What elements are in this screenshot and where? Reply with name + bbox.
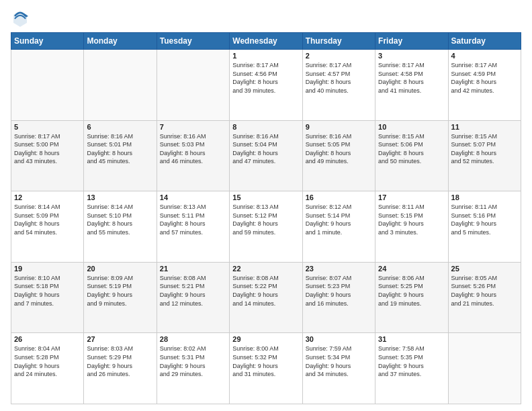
day-number: 15	[232, 193, 299, 201]
day-info: Sunrise: 8:16 AM Sunset: 5:01 PM Dayligh…	[87, 132, 153, 166]
day-number: 14	[160, 193, 226, 201]
calendar-cell: 18Sunrise: 8:11 AM Sunset: 5:16 PM Dayli…	[448, 191, 521, 263]
day-info: Sunrise: 8:08 AM Sunset: 5:21 PM Dayligh…	[160, 274, 226, 308]
calendar-cell: 29Sunrise: 8:00 AM Sunset: 5:32 PM Dayli…	[230, 333, 302, 404]
day-info: Sunrise: 8:16 AM Sunset: 5:05 PM Dayligh…	[306, 132, 372, 166]
day-header-tuesday: Tuesday	[157, 33, 229, 50]
calendar-week-1: 1Sunrise: 8:17 AM Sunset: 4:56 PM Daylig…	[11, 50, 521, 121]
day-header-friday: Friday	[375, 33, 448, 50]
day-info: Sunrise: 8:02 AM Sunset: 5:31 PM Dayligh…	[160, 345, 226, 378]
day-info: Sunrise: 8:04 AM Sunset: 5:28 PM Dayligh…	[14, 345, 81, 378]
calendar-cell: 30Sunrise: 7:59 AM Sunset: 5:34 PM Dayli…	[302, 333, 375, 404]
calendar-cell: 28Sunrise: 8:02 AM Sunset: 5:31 PM Dayli…	[157, 333, 229, 404]
day-number: 23	[306, 265, 372, 273]
calendar-week-3: 12Sunrise: 8:14 AM Sunset: 5:09 PM Dayli…	[11, 191, 521, 263]
calendar-cell: 21Sunrise: 8:08 AM Sunset: 5:21 PM Dayli…	[157, 262, 229, 333]
header	[11, 8, 521, 27]
day-number: 16	[306, 193, 372, 201]
calendar-cell	[11, 50, 84, 121]
day-number: 31	[378, 335, 445, 343]
day-info: Sunrise: 8:11 AM Sunset: 5:16 PM Dayligh…	[451, 203, 518, 236]
calendar-cell: 26Sunrise: 8:04 AM Sunset: 5:28 PM Dayli…	[11, 333, 84, 404]
calendar-cell: 17Sunrise: 8:11 AM Sunset: 5:15 PM Dayli…	[375, 191, 448, 263]
calendar-cell: 24Sunrise: 8:06 AM Sunset: 5:25 PM Dayli…	[375, 262, 448, 333]
day-number: 30	[306, 335, 372, 343]
calendar-cell	[448, 333, 521, 404]
day-number: 29	[232, 335, 299, 343]
calendar-week-4: 19Sunrise: 8:10 AM Sunset: 5:18 PM Dayli…	[11, 262, 521, 333]
day-number: 12	[14, 193, 81, 201]
day-header-saturday: Saturday	[448, 33, 521, 50]
day-number: 7	[160, 123, 226, 131]
day-number: 8	[232, 123, 299, 131]
calendar-cell: 10Sunrise: 8:15 AM Sunset: 5:06 PM Dayli…	[375, 120, 448, 191]
calendar-cell: 2Sunrise: 8:17 AM Sunset: 4:57 PM Daylig…	[302, 50, 375, 121]
calendar-table: SundayMondayTuesdayWednesdayThursdayFrid…	[11, 32, 521, 404]
day-number: 3	[378, 52, 445, 60]
calendar-cell: 8Sunrise: 8:16 AM Sunset: 5:04 PM Daylig…	[230, 120, 302, 191]
day-number: 26	[14, 335, 81, 343]
day-info: Sunrise: 8:06 AM Sunset: 5:25 PM Dayligh…	[378, 274, 445, 308]
day-number: 4	[451, 52, 518, 60]
day-number: 6	[87, 123, 153, 131]
day-info: Sunrise: 7:58 AM Sunset: 5:35 PM Dayligh…	[378, 345, 445, 378]
day-info: Sunrise: 8:09 AM Sunset: 5:19 PM Dayligh…	[87, 274, 153, 308]
day-header-thursday: Thursday	[302, 33, 375, 50]
calendar-cell: 7Sunrise: 8:16 AM Sunset: 5:03 PM Daylig…	[157, 120, 229, 191]
calendar-cell: 5Sunrise: 8:17 AM Sunset: 5:00 PM Daylig…	[11, 120, 84, 191]
day-info: Sunrise: 8:17 AM Sunset: 5:00 PM Dayligh…	[14, 132, 81, 166]
day-number: 19	[14, 265, 81, 273]
day-info: Sunrise: 8:15 AM Sunset: 5:06 PM Dayligh…	[378, 132, 445, 166]
page: SundayMondayTuesdayWednesdayThursdayFrid…	[0, 0, 532, 411]
calendar-cell: 3Sunrise: 8:17 AM Sunset: 4:58 PM Daylig…	[375, 50, 448, 121]
day-number: 13	[87, 193, 153, 201]
day-info: Sunrise: 8:15 AM Sunset: 5:07 PM Dayligh…	[451, 132, 518, 166]
day-number: 9	[306, 123, 372, 131]
day-number: 27	[87, 335, 153, 343]
day-number: 11	[451, 123, 518, 131]
day-info: Sunrise: 7:59 AM Sunset: 5:34 PM Dayligh…	[306, 345, 372, 378]
calendar-cell: 31Sunrise: 7:58 AM Sunset: 5:35 PM Dayli…	[375, 333, 448, 404]
day-number: 25	[451, 265, 518, 273]
day-info: Sunrise: 8:07 AM Sunset: 5:23 PM Dayligh…	[306, 274, 372, 308]
day-header-monday: Monday	[84, 33, 157, 50]
day-number: 1	[232, 52, 299, 60]
calendar-cell: 11Sunrise: 8:15 AM Sunset: 5:07 PM Dayli…	[448, 120, 521, 191]
day-number: 2	[306, 52, 372, 60]
day-number: 22	[232, 265, 299, 273]
calendar-cell: 9Sunrise: 8:16 AM Sunset: 5:05 PM Daylig…	[302, 120, 375, 191]
day-info: Sunrise: 8:14 AM Sunset: 5:10 PM Dayligh…	[87, 203, 153, 236]
day-info: Sunrise: 8:17 AM Sunset: 4:59 PM Dayligh…	[451, 61, 518, 95]
day-info: Sunrise: 8:00 AM Sunset: 5:32 PM Dayligh…	[232, 345, 299, 378]
day-number: 10	[378, 123, 445, 131]
calendar-cell	[84, 50, 157, 121]
day-info: Sunrise: 8:11 AM Sunset: 5:15 PM Dayligh…	[378, 203, 445, 236]
calendar-week-5: 26Sunrise: 8:04 AM Sunset: 5:28 PM Dayli…	[11, 333, 521, 404]
day-info: Sunrise: 8:17 AM Sunset: 4:57 PM Dayligh…	[306, 61, 372, 95]
logo-icon	[11, 8, 30, 27]
calendar-cell: 15Sunrise: 8:13 AM Sunset: 5:12 PM Dayli…	[230, 191, 302, 263]
day-info: Sunrise: 8:16 AM Sunset: 5:04 PM Dayligh…	[232, 132, 299, 166]
calendar-cell: 22Sunrise: 8:08 AM Sunset: 5:22 PM Dayli…	[230, 262, 302, 333]
day-info: Sunrise: 8:14 AM Sunset: 5:09 PM Dayligh…	[14, 203, 81, 236]
day-info: Sunrise: 8:12 AM Sunset: 5:14 PM Dayligh…	[306, 203, 372, 236]
day-info: Sunrise: 8:08 AM Sunset: 5:22 PM Dayligh…	[232, 274, 299, 308]
calendar-cell: 12Sunrise: 8:14 AM Sunset: 5:09 PM Dayli…	[11, 191, 84, 263]
day-number: 5	[14, 123, 81, 131]
day-info: Sunrise: 8:17 AM Sunset: 4:56 PM Dayligh…	[232, 61, 299, 95]
calendar-cell: 1Sunrise: 8:17 AM Sunset: 4:56 PM Daylig…	[230, 50, 302, 121]
calendar-cell: 14Sunrise: 8:13 AM Sunset: 5:11 PM Dayli…	[157, 191, 229, 263]
day-info: Sunrise: 8:13 AM Sunset: 5:12 PM Dayligh…	[232, 203, 299, 236]
calendar-week-2: 5Sunrise: 8:17 AM Sunset: 5:00 PM Daylig…	[11, 120, 521, 191]
day-number: 28	[160, 335, 226, 343]
calendar-cell: 27Sunrise: 8:03 AM Sunset: 5:29 PM Dayli…	[84, 333, 157, 404]
day-header-wednesday: Wednesday	[230, 33, 302, 50]
day-number: 20	[87, 265, 153, 273]
day-number: 24	[378, 265, 445, 273]
calendar-cell: 19Sunrise: 8:10 AM Sunset: 5:18 PM Dayli…	[11, 262, 84, 333]
calendar-cell: 4Sunrise: 8:17 AM Sunset: 4:59 PM Daylig…	[448, 50, 521, 121]
day-info: Sunrise: 8:05 AM Sunset: 5:26 PM Dayligh…	[451, 274, 518, 308]
calendar-cell: 25Sunrise: 8:05 AM Sunset: 5:26 PM Dayli…	[448, 262, 521, 333]
calendar-cell: 16Sunrise: 8:12 AM Sunset: 5:14 PM Dayli…	[302, 191, 375, 263]
calendar-cell: 23Sunrise: 8:07 AM Sunset: 5:23 PM Dayli…	[302, 262, 375, 333]
